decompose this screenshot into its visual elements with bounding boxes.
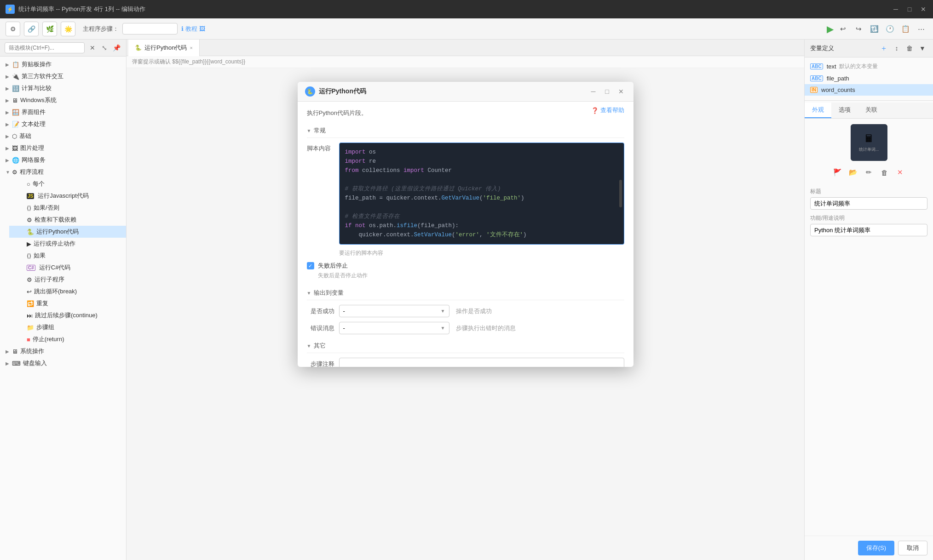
tab-appearance[interactable]: 外观 bbox=[805, 103, 831, 118]
sidebar-item-js[interactable]: JS 运行Javascript代码 bbox=[9, 190, 126, 202]
thirdparty-icon: 🔌 bbox=[12, 73, 19, 80]
sidebar-item-if[interactable]: ⟨⟩ 如果 bbox=[9, 250, 126, 262]
breadcrumb: 弹窗提示或确认 $${{file_path}}{{word_counts}} bbox=[127, 56, 804, 68]
redo-button[interactable]: ↪ bbox=[852, 23, 865, 35]
tab-options[interactable]: 选项 bbox=[831, 103, 858, 118]
main-steps-input[interactable] bbox=[122, 23, 178, 34]
help-button[interactable]: ℹ 教程 🖼 bbox=[181, 25, 205, 33]
sidebar-item-calc[interactable]: ▶ 🔢 计算与比较 bbox=[0, 82, 126, 94]
section-arrow[interactable]: ▼ bbox=[307, 343, 311, 349]
sidebar-item-continue[interactable]: ⏭ 跳过后续步骤(continue) bbox=[9, 309, 126, 321]
var-item-filepath[interactable]: ABC file_path bbox=[805, 73, 933, 84]
dialog-minimize-button[interactable]: ─ bbox=[588, 86, 599, 97]
sidebar-item-foreach[interactable]: ○ 每个 bbox=[9, 178, 126, 190]
sidebar-expand-icon[interactable]: ⤡ bbox=[99, 43, 109, 53]
toolbar-btn-0[interactable]: ⚙ bbox=[6, 22, 20, 36]
var-delete-button[interactable]: 🗑 bbox=[904, 43, 915, 53]
sidebar-search-input[interactable] bbox=[5, 42, 85, 53]
sidebar-item-clipboard[interactable]: ▶ 📋 剪贴板操作 bbox=[0, 58, 126, 70]
sidebar-item-return[interactable]: ■ 停止(return) bbox=[9, 333, 126, 345]
sidebar-item-deps[interactable]: ⚙ 检查和下载依赖 bbox=[9, 214, 126, 226]
section-arrow[interactable]: ▼ bbox=[307, 128, 311, 133]
editor-content: 🐍 运行Python代码 ─ □ ✕ 执行Python代码片段。 bbox=[127, 68, 804, 560]
arrow-icon: ▶ bbox=[6, 74, 12, 79]
stop-on-fail-row: 失败后停止 bbox=[307, 262, 624, 270]
dialog-help-button[interactable]: ❓ 查看帮助 bbox=[591, 106, 624, 114]
sidebar-item-ui[interactable]: ▶ 🪟 界面组件 bbox=[0, 106, 126, 118]
sidebar-item-subprocess[interactable]: ⚙ 运行子程序 bbox=[9, 274, 126, 286]
var-item-text[interactable]: ABC text 默认的文本变量 bbox=[805, 60, 933, 73]
sidebar-item-network[interactable]: ▶ 🌐 网络服务 bbox=[0, 154, 126, 166]
sidebar-item-image[interactable]: ▶ 🖼 图片处理 bbox=[0, 142, 126, 154]
var-filter-button[interactable]: ▼ bbox=[917, 43, 927, 53]
undo-button[interactable]: ↩ bbox=[836, 23, 849, 35]
sidebar-item-system[interactable]: ▶ 🖥 系统操作 bbox=[0, 345, 126, 357]
field-func-input[interactable] bbox=[810, 224, 927, 236]
sidebar-item-flow[interactable]: ▼ ⚙ 程序流程 bbox=[0, 166, 126, 178]
clock-button[interactable]: 🕐 bbox=[883, 23, 896, 35]
sidebar-item-label: 跳出循环(break) bbox=[34, 287, 77, 296]
error-select[interactable]: - ▼ bbox=[339, 322, 449, 334]
toolbar-btn-2[interactable]: 🌿 bbox=[42, 22, 57, 36]
close-button[interactable]: ✕ bbox=[919, 5, 927, 13]
dialog-maximize-button[interactable]: □ bbox=[602, 86, 612, 97]
dialog-title-btns: ─ □ ✕ bbox=[588, 86, 626, 97]
sidebar-item-group[interactable]: 📁 步骤组 bbox=[9, 321, 126, 333]
close-icon[interactable]: ✕ bbox=[894, 166, 906, 178]
sidebar-item-break[interactable]: ↩ 跳出循环(break) bbox=[9, 286, 126, 297]
play-button[interactable]: ▶ bbox=[827, 23, 834, 34]
sidebar-item-label: 程序流程 bbox=[20, 168, 44, 176]
help-label: 教程 bbox=[185, 25, 197, 33]
titlebar-controls: ─ □ ✕ bbox=[892, 5, 927, 13]
sidebar-item-label: 图片处理 bbox=[20, 144, 44, 152]
sidebar-item-csharp[interactable]: C# 运行C#代码 bbox=[9, 262, 126, 274]
notes-input[interactable] bbox=[339, 358, 624, 367]
edit-icon[interactable]: ✏ bbox=[863, 166, 875, 178]
right-cancel-button[interactable]: 取消 bbox=[898, 541, 927, 555]
sidebar-item-thirdparty[interactable]: ▶ 🔌 第三方软件交互 bbox=[0, 70, 126, 82]
sidebar-item-python[interactable]: 🐍 运行Python代码 bbox=[9, 226, 126, 238]
success-value: - bbox=[343, 308, 345, 314]
minimize-button[interactable]: ─ bbox=[892, 5, 900, 13]
sidebar-item-windows[interactable]: ▶ 🖥 Windows系统 bbox=[0, 94, 126, 106]
tab-relation[interactable]: 关联 bbox=[858, 103, 885, 118]
sidebar-item-keyboard[interactable]: ▶ ⌨ 键盘输入 bbox=[0, 357, 126, 369]
sidebar-item-run-stop[interactable]: ▶ 运行或停止动作 bbox=[9, 238, 126, 250]
var-desc: 默认的文本变量 bbox=[839, 63, 878, 70]
var-item-wordcounts[interactable]: IN word_counts bbox=[805, 84, 933, 96]
code-line: file_path = quicker.context.GetVarValue(… bbox=[345, 194, 618, 203]
sidebar-close-icon[interactable]: ✕ bbox=[87, 43, 98, 53]
copy-button[interactable]: 📋 bbox=[899, 23, 912, 35]
sidebar-item-basic[interactable]: ▶ ⬡ 基础 bbox=[0, 130, 126, 142]
more-button[interactable]: ⋯ bbox=[915, 23, 927, 35]
var-sort-button[interactable]: ↕ bbox=[892, 43, 902, 53]
var-add-button[interactable]: ＋ bbox=[879, 43, 889, 53]
sidebar-item-repeat[interactable]: 🔁 重复 bbox=[9, 297, 126, 309]
toolbar-btn-3[interactable]: 🌟 bbox=[61, 22, 75, 36]
folder-icon[interactable]: 📂 bbox=[847, 166, 859, 178]
dialog-close-button[interactable]: ✕ bbox=[616, 86, 626, 97]
sidebar-item-text[interactable]: ▶ 📝 文本处理 bbox=[0, 118, 126, 130]
code-editor[interactable]: import os import re from collections imp… bbox=[339, 143, 624, 245]
tab-python[interactable]: 🐍 运行Python代码 × bbox=[128, 40, 200, 56]
continue-icon: ⏭ bbox=[27, 312, 33, 319]
trash-icon[interactable]: 🗑 bbox=[879, 166, 891, 178]
stop-on-fail-checkbox[interactable] bbox=[307, 262, 314, 269]
tab-close-button[interactable]: × bbox=[190, 45, 192, 51]
subprocess-icon: ⚙ bbox=[27, 276, 32, 283]
flag-icon[interactable]: 🚩 bbox=[832, 166, 844, 178]
success-row: 是否成功 - ▼ 操作是否成功 bbox=[307, 305, 624, 317]
toolbar-btn-1[interactable]: 🔗 bbox=[24, 22, 39, 36]
sidebar-item-label: 第三方软件交互 bbox=[22, 72, 63, 80]
sidebar-item-ifelse[interactable]: ⟨⟩ 如果/否则 bbox=[9, 202, 126, 214]
sidebar-pin-icon[interactable]: 📌 bbox=[111, 43, 121, 53]
success-select[interactable]: - ▼ bbox=[339, 305, 449, 317]
field-title-input[interactable] bbox=[810, 197, 927, 210]
section-arrow[interactable]: ▼ bbox=[307, 291, 311, 296]
maximize-button[interactable]: □ bbox=[905, 5, 914, 13]
arrow-icon: ▶ bbox=[6, 158, 12, 163]
refresh-button[interactable]: 🔃 bbox=[868, 23, 881, 35]
csharp-icon: C# bbox=[27, 265, 35, 271]
arrow-icon: ▶ bbox=[6, 98, 12, 103]
right-save-button[interactable]: 保存(S) bbox=[858, 541, 894, 555]
